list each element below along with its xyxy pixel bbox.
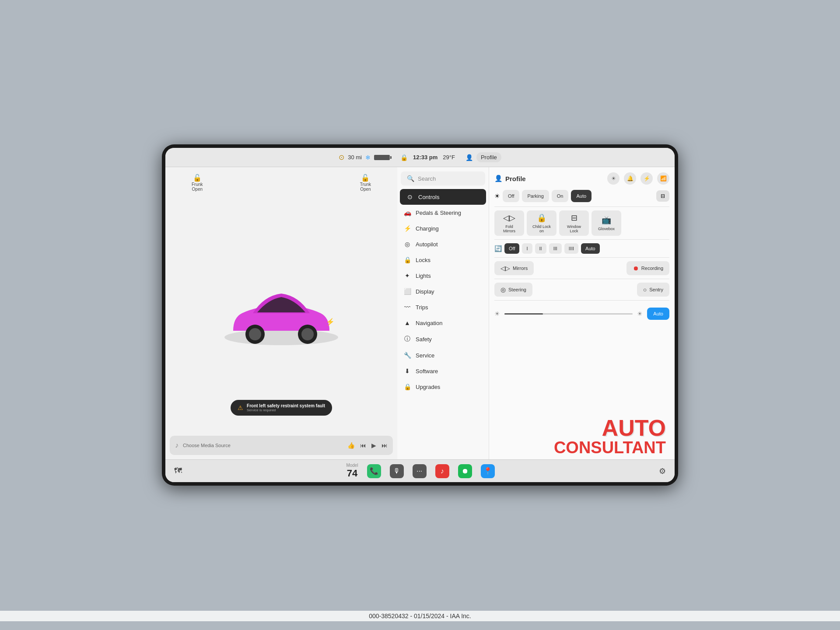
time-display: 12:33 pm bbox=[413, 154, 438, 161]
signal-icon-btn[interactable]: 📶 bbox=[657, 172, 669, 185]
music-button[interactable]: ♪ bbox=[435, 464, 449, 478]
taskbar-right: ⚙ bbox=[659, 466, 666, 476]
sidebar-item-locks[interactable]: 🔒 Locks bbox=[397, 252, 489, 268]
sidebar-item-controls[interactable]: ⊙ Controls bbox=[400, 189, 486, 205]
more-button[interactable]: ··· bbox=[413, 464, 427, 478]
extra-light-control[interactable]: ⊟ bbox=[656, 190, 669, 202]
parking-button[interactable]: Parking bbox=[522, 190, 549, 202]
brightness-high-icon: ☀ bbox=[637, 310, 643, 317]
frunk-lock-icon: 🔓 bbox=[192, 174, 203, 182]
sidebar-item-autopilot[interactable]: ◎ Autopilot bbox=[397, 236, 489, 252]
media-bar[interactable]: ♪ Choose Media Source 👍 ⏮ ▶ ⏭ bbox=[170, 436, 393, 455]
phone-button[interactable]: 📞 bbox=[367, 464, 381, 478]
sidebar-item-pedals[interactable]: 🚗 Pedals & Steering bbox=[397, 205, 489, 220]
brightness-slider[interactable] bbox=[504, 313, 633, 315]
navigation-icon: ▲ bbox=[403, 319, 411, 326]
nav-icon[interactable]: 🗺 bbox=[174, 466, 182, 476]
range-icon: ⊙ bbox=[339, 153, 344, 161]
panel-header: 👤 Profile ☀ 🔔 ⚡ 📶 bbox=[494, 172, 669, 185]
range-display: 30 mi bbox=[348, 154, 362, 161]
fold-mirrors-box[interactable]: ◁▷ FoldMirrors bbox=[494, 210, 524, 236]
brightness-low-icon: ☀ bbox=[494, 310, 500, 317]
safety-label: Safety bbox=[416, 336, 432, 343]
voice-button[interactable]: 🎙 bbox=[390, 464, 404, 478]
light-off-button[interactable]: Off bbox=[503, 190, 519, 202]
bluetooth-icon-btn[interactable]: ⚡ bbox=[640, 172, 653, 185]
wiper-speed-2[interactable]: II bbox=[535, 243, 546, 254]
recording-icon: ⏺ bbox=[633, 265, 639, 272]
sidebar-item-navigation[interactable]: ▲ Navigation bbox=[397, 315, 489, 331]
wiper-icon: 🔄 bbox=[494, 245, 502, 252]
trips-label: Trips bbox=[416, 304, 428, 311]
thumbs-up-icon[interactable]: 👍 bbox=[347, 442, 355, 449]
status-bar: ⊙ 30 mi ❄ 🔒 12:33 pm 29°F 👤 Profile bbox=[165, 148, 675, 167]
svg-point-0 bbox=[224, 329, 338, 345]
screen-frame: ⊙ 30 mi ❄ 🔒 12:33 pm 29°F 👤 Profile bbox=[162, 144, 678, 486]
bottom-info-bar: 000-38520432 - 01/15/2024 - IAA Inc. bbox=[0, 611, 840, 621]
sidebar-item-display[interactable]: ⬜ Display bbox=[397, 284, 489, 299]
wiper-speed-3[interactable]: III bbox=[549, 243, 562, 254]
taskbar-left: 🗺 bbox=[174, 466, 182, 476]
mirrors-label: Mirrors bbox=[513, 266, 528, 271]
panel-icons: ☀ 🔔 ⚡ 📶 bbox=[607, 172, 669, 185]
lighting-row: ☀ Off Parking On Auto ⊟ bbox=[494, 190, 669, 202]
settings-icon[interactable]: ⚙ bbox=[659, 466, 666, 476]
light-auto-button[interactable]: Auto bbox=[571, 190, 592, 202]
wiper-auto-button[interactable]: Auto bbox=[581, 243, 600, 254]
car-svg: ⚡ bbox=[211, 270, 351, 357]
sidebar-item-charging[interactable]: ⚡ Charging bbox=[397, 220, 489, 236]
tesla-screen: ⊙ 30 mi ❄ 🔒 12:33 pm 29°F 👤 Profile bbox=[165, 148, 675, 482]
sidebar-item-software[interactable]: ⬇ Software bbox=[397, 363, 489, 379]
navigation-label: Navigation bbox=[416, 320, 442, 326]
light-on-button[interactable]: On bbox=[552, 190, 569, 202]
sidebar-item-upgrades[interactable]: 🔒 Upgrades bbox=[397, 379, 489, 395]
recording-button[interactable]: ⏺ Recording bbox=[626, 261, 669, 275]
auto-brightness-button[interactable]: Auto bbox=[647, 308, 669, 320]
controls-icon: ⊙ bbox=[406, 193, 414, 200]
light-bulb-icon: ☀ bbox=[494, 192, 500, 200]
safety-icon: ⓘ bbox=[403, 335, 411, 343]
wiper-speed-1[interactable]: I bbox=[522, 243, 532, 254]
wiper-speed-4[interactable]: IIII bbox=[564, 243, 578, 254]
steering-button[interactable]: ◎ Steering bbox=[494, 283, 532, 297]
child-lock-box[interactable]: 🔒 Child Lockon bbox=[527, 210, 556, 236]
map-button[interactable]: 📍 bbox=[481, 464, 495, 478]
sidebar-item-safety[interactable]: ⓘ Safety bbox=[397, 331, 489, 347]
sidebar-item-lights[interactable]: ✦ Lights bbox=[397, 268, 489, 284]
panel-header-left: 👤 Profile bbox=[494, 175, 526, 182]
spotify-button[interactable]: ⏺ bbox=[458, 464, 472, 478]
trunk-lock-icon: 🔓 bbox=[360, 174, 371, 182]
mirrors-icon: ◁▷ bbox=[500, 265, 510, 272]
sidebar-menu: 🔍 Search ⊙ Controls 🚗 Pedals & Steering … bbox=[397, 167, 489, 459]
main-content: 🔓 Frunk Open 🔓 Trunk Open bbox=[165, 167, 675, 459]
search-bar[interactable]: 🔍 Search bbox=[401, 172, 485, 186]
speed-value: 74 bbox=[347, 468, 357, 479]
sidebar-item-service[interactable]: 🔧 Service bbox=[397, 347, 489, 363]
warning-text: Front left safety restraint system fault… bbox=[247, 403, 325, 412]
software-label: Software bbox=[416, 368, 438, 374]
music-note-icon: ♪ bbox=[175, 441, 178, 449]
sun-icon-btn[interactable]: ☀ bbox=[607, 172, 620, 185]
prev-track-button[interactable]: ⏮ bbox=[360, 442, 366, 449]
glovebox-label: Glovebox bbox=[598, 227, 615, 231]
mirrors-button[interactable]: ◁▷ Mirrors bbox=[494, 261, 534, 275]
play-button[interactable]: ▶ bbox=[371, 442, 376, 449]
sentry-label: Sentry bbox=[649, 287, 663, 292]
child-lock-label: Child Lockon bbox=[532, 224, 551, 233]
fold-mirrors-icon: ◁▷ bbox=[503, 213, 515, 223]
fold-mirrors-label: FoldMirrors bbox=[503, 224, 515, 233]
window-lock-box[interactable]: ⊟ WindowLock bbox=[559, 210, 589, 236]
bottom-info-text: 000-38520432 - 01/15/2024 - IAA Inc. bbox=[369, 612, 471, 620]
sentry-button[interactable]: ○ Sentry bbox=[637, 283, 669, 297]
next-track-button[interactable]: ⏭ bbox=[382, 442, 388, 449]
bell-icon-btn[interactable]: 🔔 bbox=[624, 172, 636, 185]
panel-title: Profile bbox=[505, 175, 526, 182]
status-center: 🔒 12:33 pm 29°F bbox=[400, 154, 455, 161]
wiper-off-button[interactable]: Off bbox=[504, 243, 519, 254]
person-icon: 👤 bbox=[466, 154, 473, 161]
sidebar-item-trips[interactable]: 〰 Trips bbox=[397, 299, 489, 315]
display-icon: ⬜ bbox=[403, 288, 411, 295]
trunk-label: 🔓 Trunk Open bbox=[360, 174, 371, 192]
profile-button[interactable]: Profile bbox=[476, 152, 501, 162]
glovebox-box[interactable]: 📺 Glovebox bbox=[592, 210, 621, 236]
